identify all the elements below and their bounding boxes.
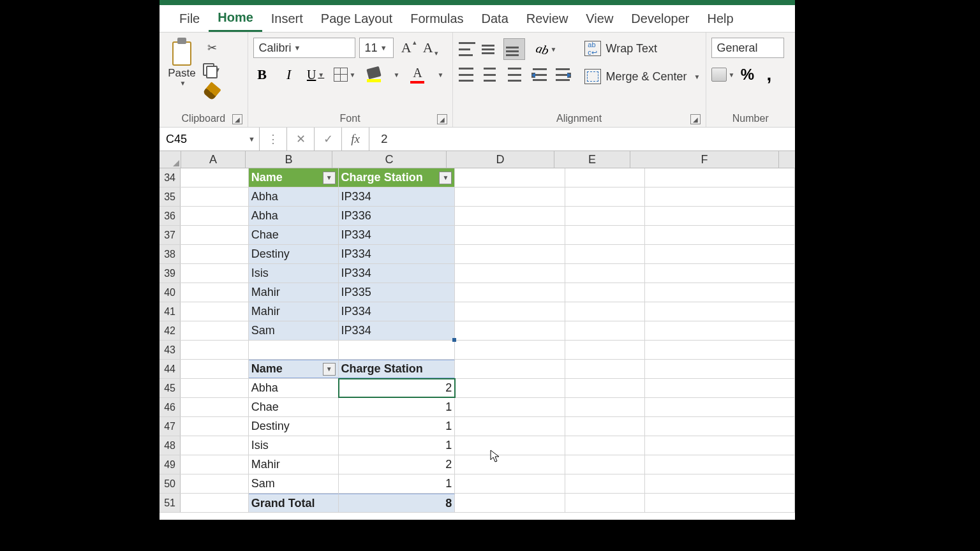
cell[interactable] [565, 398, 644, 416]
cell[interactable]: IP334 [339, 302, 456, 321]
cell[interactable]: 1 [339, 436, 456, 455]
cell[interactable] [645, 264, 795, 283]
cell[interactable] [645, 455, 795, 474]
cell[interactable]: 1 [339, 398, 456, 416]
cell[interactable] [565, 168, 644, 187]
row-header[interactable]: 47 [160, 417, 181, 436]
accounting-format-button[interactable]: ▼ [711, 66, 735, 84]
tab-formulas[interactable]: Formulas [401, 6, 472, 31]
name-box[interactable]: C45▼ [160, 128, 260, 151]
cell[interactable] [455, 187, 565, 206]
cell[interactable] [181, 187, 249, 206]
cell[interactable]: Destiny [249, 245, 339, 263]
tab-data[interactable]: Data [473, 6, 517, 31]
col-header-C[interactable]: C [332, 151, 447, 168]
cell[interactable] [565, 321, 644, 340]
cut-button[interactable]: ✂ [203, 39, 221, 57]
dialog-launcher-icon[interactable]: ◢ [232, 114, 242, 124]
cell[interactable] [181, 455, 249, 474]
tab-help[interactable]: Help [699, 6, 743, 31]
cell[interactable] [645, 226, 795, 244]
cell[interactable] [645, 360, 795, 378]
cell[interactable] [455, 417, 565, 436]
orientation-button[interactable]: ab▼ [536, 40, 557, 58]
cell[interactable] [181, 494, 249, 512]
format-painter-button[interactable] [203, 82, 221, 100]
decrease-font-button[interactable]: A [419, 40, 437, 56]
cell[interactable] [565, 417, 644, 436]
percent-format-button[interactable]: % [738, 66, 756, 84]
cell[interactable]: Destiny [249, 417, 339, 436]
cell[interactable]: Abha [249, 187, 339, 206]
select-all-corner[interactable] [160, 151, 181, 168]
col-header-A[interactable]: A [181, 151, 246, 168]
cell[interactable] [565, 207, 644, 225]
formula-input[interactable]: 2 [369, 128, 795, 151]
col-header-B[interactable]: B [246, 151, 332, 168]
dialog-launcher-icon[interactable]: ◢ [437, 114, 447, 124]
row-header[interactable]: 50 [160, 474, 181, 493]
cell[interactable] [645, 436, 795, 455]
col-header-E[interactable]: E [554, 151, 630, 168]
increase-indent-button[interactable] [554, 66, 572, 84]
cell[interactable]: IP334 [339, 187, 456, 206]
underline-button[interactable]: U▼ [307, 66, 325, 84]
cell[interactable]: IP334 [339, 264, 456, 283]
cell[interactable] [455, 474, 565, 493]
font-color-button[interactable]: A [408, 66, 426, 84]
cell-selected[interactable]: 2 [339, 379, 456, 397]
row-header[interactable]: 39 [160, 264, 181, 283]
wrap-text-button[interactable]: abc↩Wrap Text [584, 39, 701, 58]
cell[interactable] [565, 264, 644, 283]
cell[interactable] [455, 360, 565, 378]
cell[interactable] [565, 360, 644, 378]
row-header[interactable]: 38 [160, 245, 181, 263]
row-header[interactable]: 36 [160, 207, 181, 225]
insert-function-button[interactable]: fx [342, 128, 369, 151]
merge-center-button[interactable]: Merge & Center▼ [584, 67, 701, 86]
cell[interactable] [249, 341, 339, 359]
row-header[interactable]: 44 [160, 360, 181, 378]
cell[interactable] [181, 417, 249, 436]
chevron-down-icon[interactable]: ▼ [394, 71, 400, 78]
cell[interactable]: Abha [249, 379, 339, 397]
font-size-combo[interactable]: 11▼ [359, 38, 394, 58]
cell[interactable] [645, 168, 795, 187]
row-header[interactable]: 41 [160, 302, 181, 321]
cell[interactable] [645, 474, 795, 493]
cell[interactable] [181, 168, 249, 187]
italic-button[interactable]: I [280, 66, 298, 84]
cell[interactable] [181, 398, 249, 416]
chevron-down-icon[interactable]: ▼ [180, 80, 186, 87]
filter-button[interactable]: ▼ [323, 172, 336, 184]
cell[interactable]: Isis [249, 436, 339, 455]
align-left-button[interactable] [458, 66, 476, 84]
cell[interactable]: Abha [249, 207, 339, 225]
cell[interactable]: IP334 [339, 321, 456, 340]
align-top-button[interactable] [458, 40, 476, 58]
tab-review[interactable]: Review [517, 6, 577, 31]
cell[interactable] [455, 494, 565, 512]
cell[interactable] [455, 226, 565, 244]
row-header[interactable]: 42 [160, 321, 181, 340]
grand-total-label[interactable]: Grand Total [249, 494, 339, 512]
paste-button[interactable]: Paste ▼ [165, 35, 199, 87]
cancel-formula-button[interactable]: ✕ [287, 128, 315, 151]
cell[interactable] [455, 341, 565, 359]
cell[interactable] [455, 321, 565, 340]
cell[interactable] [645, 245, 795, 263]
cell[interactable]: IP336 [339, 207, 456, 225]
cell[interactable] [565, 302, 644, 321]
align-center-button[interactable] [481, 66, 499, 84]
copy-button[interactable]: ▼ [203, 61, 221, 78]
borders-button[interactable]: ▼ [334, 66, 356, 84]
cell[interactable] [645, 187, 795, 206]
cell[interactable] [181, 264, 249, 283]
decrease-indent-button[interactable] [531, 66, 549, 84]
filter-button[interactable]: ▼ [323, 363, 336, 376]
align-right-button[interactable] [504, 66, 522, 84]
table-header-name[interactable]: Name▼ [249, 168, 339, 187]
tab-insert[interactable]: Insert [262, 6, 312, 31]
cell[interactable]: 1 [339, 474, 456, 493]
cell[interactable] [645, 321, 795, 340]
